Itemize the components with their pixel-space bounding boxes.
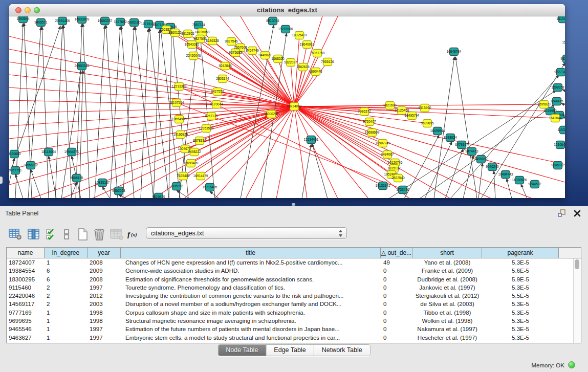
citation-edge-black[interactable] [76, 24, 82, 198]
cell-short[interactable]: Wolkin et al. (1998) [412, 317, 482, 325]
paper-node-teal[interactable]: 1103546 [558, 126, 565, 134]
cell-title[interactable]: Estimation of significance thresholds fo… [121, 275, 381, 283]
paper-node-teal[interactable]: 9857791 [9, 167, 22, 174]
paper-node-teal[interactable]: 1210644 [554, 141, 565, 149]
cell-year[interactable]: 2008 [88, 258, 121, 267]
paper-node-yellow[interactable]: 7955126 [321, 58, 334, 66]
function-builder-icon[interactable]: f (x) [126, 227, 140, 242]
paper-node-yellow[interactable]: 18495794 [405, 112, 420, 120]
table-row[interactable]: 1456911722003Disruption of a novel membe… [7, 300, 574, 308]
column-header-year[interactable]: year [88, 248, 121, 258]
new-table-icon[interactable] [76, 227, 90, 242]
paper-node-yellow[interactable]: 16961758 [310, 50, 325, 57]
close-panel-icon[interactable] [573, 209, 582, 218]
table-vertical-scrollbar[interactable] [573, 258, 581, 343]
cell-out_de[interactable]: 0 [381, 317, 412, 325]
citation-edge-black[interactable] [15, 174, 23, 198]
cell-title[interactable]: Structural magnetic resonance image aver… [121, 317, 381, 325]
cell-short[interactable]: Hescheler et al. (1997) [412, 334, 482, 342]
cell-name[interactable]: 19384554 [7, 267, 45, 275]
cell-short[interactable]: Nakamura et al. (1997) [412, 325, 482, 333]
citation-edge-black[interactable] [507, 179, 512, 198]
paper-node-teal[interactable]: 15716485 [203, 184, 217, 191]
citation-edge-black[interactable] [95, 26, 105, 198]
paper-node-teal[interactable]: 8496012 [474, 156, 488, 163]
scrollbar-thumb[interactable] [575, 259, 579, 269]
cell-title[interactable]: Corpus callosum shape and size in male p… [121, 309, 381, 317]
table-row[interactable]: 946554611997Estimation of the future num… [7, 325, 574, 333]
table-row[interactable]: 1872400712008Changes of HCN gene express… [7, 258, 574, 267]
cell-out_de[interactable]: 49 [381, 258, 412, 267]
citation-edge-red[interactable] [291, 62, 294, 106]
paper-node-yellow[interactable]: 8186328 [206, 37, 219, 45]
paper-node-teal[interactable]: 8938924 [444, 134, 457, 142]
table-row[interactable]: 946362711997Embryonic stem cells: a mode… [7, 334, 574, 342]
paper-node-yellow[interactable]: 8267130 [205, 113, 218, 120]
paper-node-teal[interactable]: 6479197 [455, 141, 468, 149]
paper-node-yellow[interactable]: 16914479 [193, 172, 208, 180]
left-panel-grip[interactable] [0, 177, 3, 184]
paper-node-yellow[interactable]: 2803144 [216, 75, 229, 83]
paper-node-yellow[interactable]: 9484067 [381, 151, 394, 159]
citation-edge-black[interactable] [11, 26, 60, 169]
paper-node-teal[interactable]: 9329966 [560, 55, 565, 63]
paper-node-teal[interactable]: 10494743 [498, 171, 513, 179]
paper-node-teal[interactable]: 16648784 [447, 48, 462, 56]
cell-in_degree[interactable]: 1 [45, 325, 88, 333]
paper-node-teal[interactable]: 9244502 [528, 181, 541, 188]
paper-node-yellow[interactable]: 1568520 [271, 55, 285, 63]
paper-node-yellow[interactable]: 2522540 [391, 174, 405, 182]
paper-node-yellow[interactable]: 9446821 [258, 52, 272, 59]
citation-edge-black[interactable] [110, 27, 120, 198]
cell-name[interactable]: 22420046 [7, 292, 45, 300]
paper-node-teal[interactable]: 9474413 [465, 148, 478, 156]
citation-edge-black[interactable] [31, 169, 41, 198]
citation-edge-black[interactable] [562, 90, 565, 99]
paper-node-teal[interactable]: 16020526 [512, 177, 527, 184]
table-row[interactable]: 1830029562008Estimation of significance … [7, 275, 574, 283]
memory-ok-indicator[interactable] [568, 361, 575, 368]
select-columns-icon[interactable] [27, 227, 41, 242]
cell-year[interactable]: 1997 [88, 325, 121, 333]
paper-node-teal[interactable]: 20991406 [55, 17, 70, 25]
citation-edge-black[interactable] [9, 158, 14, 198]
citation-edge-black[interactable] [154, 30, 160, 198]
cell-pagerank[interactable]: 5.3E-5 [482, 300, 559, 308]
column-header-pagerank[interactable]: pagerank [482, 248, 559, 258]
paper-node-teal[interactable]: 16033809 [75, 16, 90, 24]
column-header-title[interactable]: title [121, 248, 381, 258]
cell-title[interactable]: Genome-wide association studies in ADHD. [121, 267, 381, 275]
paper-node-teal[interactable]: 19218986 [278, 26, 293, 33]
cell-pagerank[interactable]: 5.5E-5 [482, 292, 559, 300]
cell-pagerank[interactable]: 5.3E-5 [482, 334, 559, 342]
table-row[interactable]: 2242004622012Investigating the contribut… [7, 292, 574, 300]
table-row[interactable]: 977716911998Corpus callosum shape and si… [7, 309, 574, 317]
cell-pagerank[interactable]: 5.3E-5 [482, 317, 559, 325]
paper-node-teal[interactable]: 18113604 [41, 148, 56, 156]
cell-name[interactable]: 18300295 [7, 275, 45, 283]
paper-node-yellow[interactable]: 18907249 [376, 140, 390, 147]
cell-year[interactable]: 2003 [88, 300, 121, 308]
cell-year[interactable]: 1998 [88, 317, 121, 325]
citation-edge-black[interactable] [149, 28, 169, 198]
paper-node-yellow[interactable]: 18107554 [169, 99, 184, 107]
paper-node-teal[interactable]: 1510424 [556, 16, 565, 23]
citation-edge-black[interactable] [24, 23, 32, 198]
paper-node-teal[interactable]: 20556892 [24, 162, 38, 169]
cell-out_de[interactable]: 0 [381, 267, 412, 275]
paper-node-teal[interactable]: 7905352 [170, 183, 183, 190]
cell-in_degree[interactable]: 1 [45, 317, 88, 325]
citation-edge-red[interactable] [294, 72, 316, 106]
citation-edge-red[interactable] [294, 106, 565, 182]
citation-edge-red[interactable] [294, 106, 532, 198]
cell-year[interactable]: 2009 [88, 267, 121, 275]
citation-edge-black[interactable] [141, 29, 148, 198]
cell-name[interactable]: 18724007 [7, 258, 45, 267]
cell-out_de[interactable]: 0 [381, 300, 412, 308]
column-header-out_de[interactable]: △ out_de... [381, 248, 412, 258]
paper-node-teal[interactable]: 1209358 [551, 84, 564, 92]
citation-edge-black[interactable] [83, 24, 90, 198]
paper-node-yellow[interactable]: 12353594 [199, 125, 214, 133]
cell-short[interactable]: Dudbridge et al. (2008) [412, 275, 482, 283]
table-row[interactable]: 969969511998Structural magnetic resonanc… [7, 317, 574, 325]
